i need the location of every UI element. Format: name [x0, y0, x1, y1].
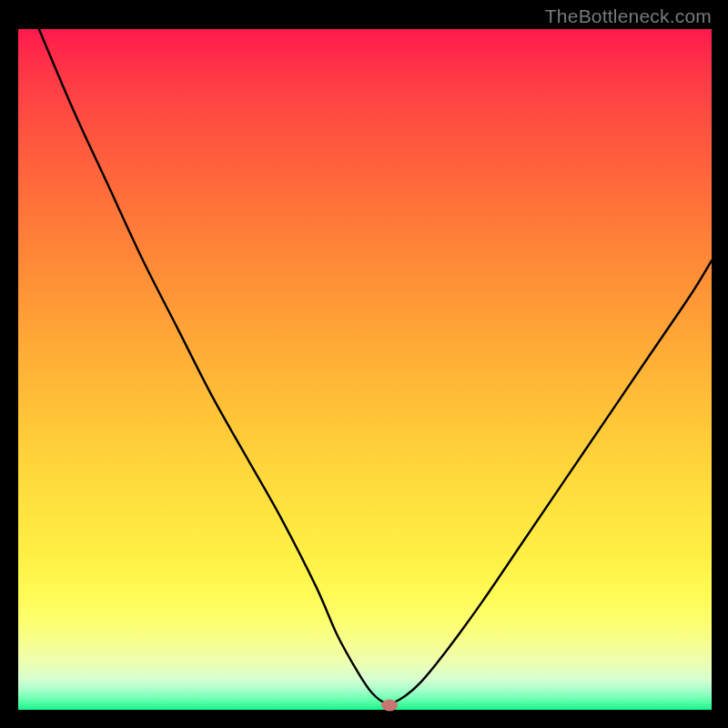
- attribution-label: TheBottleneck.com: [545, 5, 712, 27]
- bottleneck-curve: [18, 29, 712, 710]
- chart-outer-frame: TheBottleneck.com: [0, 0, 728, 728]
- minimum-marker: [381, 699, 398, 711]
- chart-plot-area: [18, 29, 712, 710]
